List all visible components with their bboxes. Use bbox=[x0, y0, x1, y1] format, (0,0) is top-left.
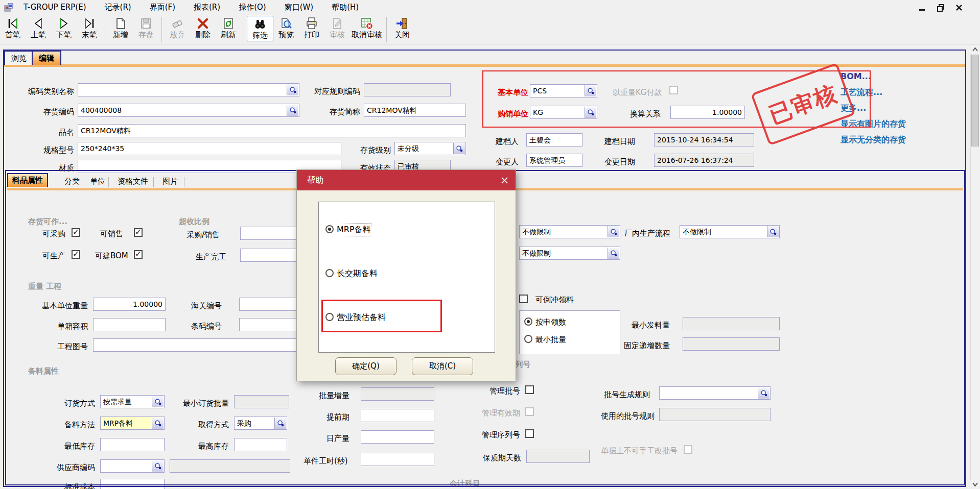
option-long-lead-label[interactable]: 长交期备料 bbox=[337, 268, 378, 279]
menu-item-app[interactable]: T-GROUP ERP(E) bbox=[14, 3, 96, 12]
menu-item-window[interactable]: 窗口(W) bbox=[275, 3, 323, 12]
toolbar-separator bbox=[105, 17, 105, 42]
toolbar-label: 预览 bbox=[278, 31, 294, 39]
tab-images[interactable]: 图片 bbox=[158, 175, 182, 188]
scrollbar-thumb[interactable] bbox=[971, 55, 979, 146]
tab-item-properties[interactable]: 料品属性 bbox=[7, 173, 48, 187]
toolbar-label: 首笔 bbox=[5, 31, 20, 39]
option-business-forecast-label[interactable]: 营业预估备料 bbox=[337, 312, 386, 323]
toolbar-label: 上笔 bbox=[31, 31, 46, 39]
tab-classification[interactable]: 分类 bbox=[60, 175, 84, 188]
option-mrp-radio[interactable] bbox=[325, 225, 334, 233]
dialog-title: 帮助 bbox=[307, 175, 323, 186]
option-mrp-label[interactable]: MRP备料 bbox=[337, 225, 371, 235]
menu-item-help[interactable]: 帮助(H) bbox=[322, 3, 368, 12]
preview-button[interactable]: 预览 bbox=[273, 16, 299, 40]
toolbar-label: 下笔 bbox=[56, 31, 72, 39]
erp-window: T-GROUP ERP(E) 记录(R) 界面(F) 报表(R) 操作(O) 窗… bbox=[0, 0, 980, 489]
menu-bar: T-GROUP ERP(E) 记录(R) 界面(F) 报表(R) 操作(O) 窗… bbox=[0, 0, 980, 14]
toolbar-label: 取消审核 bbox=[352, 31, 382, 39]
menu-item-interface[interactable]: 界面(F) bbox=[141, 3, 184, 12]
close-button[interactable]: 关闭 bbox=[389, 16, 415, 40]
abandon-button[interactable]: 放弃 bbox=[165, 16, 190, 40]
help-dialog: 帮助 MRP备料 长交期备料 营业预估备料 确定(Q) 取消(C) bbox=[296, 169, 516, 381]
toolbar-label: 新增 bbox=[113, 31, 128, 39]
menu-item-report[interactable]: 报表(R) bbox=[184, 3, 229, 12]
tab-units[interactable]: 单位 bbox=[86, 175, 109, 188]
toolbar-label: 审核 bbox=[330, 31, 345, 39]
scroll-down-icon[interactable] bbox=[970, 480, 980, 489]
option-long-lead-radio[interactable] bbox=[325, 269, 334, 277]
tab-qualification-files[interactable]: 资格文件 bbox=[113, 175, 152, 188]
dialog-cancel-button[interactable]: 取消(C) bbox=[412, 357, 473, 375]
last-record-button[interactable]: 末笔 bbox=[77, 16, 102, 40]
menu-item-record[interactable]: 记录(R) bbox=[96, 3, 141, 12]
toolbar-label: 打印 bbox=[304, 31, 319, 39]
next-record-button[interactable]: 下笔 bbox=[51, 16, 77, 40]
first-record-button[interactable]: 首笔 bbox=[0, 16, 26, 40]
restore-button[interactable] bbox=[935, 3, 946, 13]
cancel-audit-button[interactable]: 取消审核 bbox=[350, 16, 384, 40]
save-button[interactable]: 存盘 bbox=[133, 16, 159, 40]
option-business-forecast-radio[interactable] bbox=[325, 313, 334, 321]
toolbar-separator bbox=[244, 17, 244, 42]
dialog-close-icon[interactable] bbox=[499, 175, 509, 185]
dialog-ok-button[interactable]: 确定(Q) bbox=[335, 357, 396, 375]
toolbar-separator bbox=[386, 17, 387, 42]
dialog-title-bar[interactable]: 帮助 bbox=[297, 170, 516, 190]
toolbar-label: 放弃 bbox=[170, 31, 185, 39]
close-window-icon[interactable] bbox=[953, 3, 965, 13]
refresh-button[interactable]: 刷新 bbox=[216, 16, 241, 40]
filter-button[interactable]: 筛选 bbox=[247, 16, 273, 41]
delete-button[interactable]: 删除 bbox=[190, 16, 216, 40]
prev-record-button[interactable]: 上笔 bbox=[26, 16, 51, 40]
toolbar-label: 末笔 bbox=[82, 31, 97, 39]
toolbar-label: 刷新 bbox=[221, 31, 236, 39]
toolbar-label: 筛选 bbox=[252, 31, 268, 40]
toolbar-label: 关闭 bbox=[394, 31, 410, 39]
audit-button[interactable]: 审核 bbox=[324, 16, 350, 40]
menu-item-operate[interactable]: 操作(O) bbox=[229, 3, 275, 12]
toolbar-separator bbox=[161, 17, 162, 42]
tab-browse[interactable]: 浏览 bbox=[4, 51, 34, 65]
tab-edit[interactable]: 编辑 bbox=[32, 51, 61, 65]
toolbar-label: 删除 bbox=[195, 31, 211, 39]
print-button[interactable]: 打印 bbox=[299, 16, 324, 40]
minimize-button[interactable] bbox=[917, 3, 928, 13]
app-icon bbox=[4, 3, 13, 14]
add-button[interactable]: 新增 bbox=[108, 16, 133, 40]
scroll-up-icon[interactable] bbox=[970, 45, 980, 54]
toolbar-label: 存盘 bbox=[138, 31, 154, 39]
toolbar: 首笔 上笔 下笔 末笔 新增 存盘 放弃 删除 bbox=[0, 15, 980, 45]
